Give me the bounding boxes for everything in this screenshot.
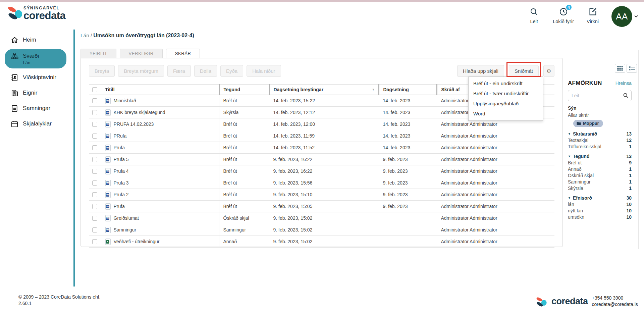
table-row[interactable]: WGreiðslumat Óskráð skjal 9. feb. 2023, … — [89, 212, 554, 224]
row-checkbox[interactable] — [92, 180, 97, 186]
table-row[interactable]: WPrufa 4 Bréf út 9. feb. 2023, 16:22 9. … — [89, 165, 554, 177]
template-dropdown-menu: Bréf út - ein undirskriftBréf út - tvær … — [468, 76, 543, 121]
clear-filters-link[interactable]: Hreinsa — [615, 81, 632, 86]
facet-item[interactable]: lán10 — [568, 201, 632, 207]
file-title[interactable]: Prufa 2 — [114, 192, 129, 197]
file-type: Bréf út — [219, 165, 269, 177]
toolbar-button[interactable]: Breyta — [89, 65, 115, 77]
toolbar-button[interactable]: Færa — [167, 65, 191, 77]
upload-document-button[interactable]: Hlaða upp skjali — [457, 65, 504, 77]
toolbar-button[interactable]: Breyta mörgum — [118, 65, 164, 77]
table-row[interactable]: XVeðhæfi - útreikningur Annað 9. feb. 20… — [89, 236, 554, 248]
row-checkbox[interactable] — [92, 227, 97, 232]
footer-logo-brand: coredata — [551, 296, 588, 307]
facet-item[interactable]: Samningur1 — [568, 178, 632, 185]
facet-header[interactable]: ▼ Tegund 13 — [568, 153, 632, 159]
select-all-checkbox[interactable] — [92, 87, 97, 92]
sidebar-item-eignir[interactable]: Eignir — [0, 85, 73, 101]
file-type-icon: X — [105, 239, 111, 245]
row-checkbox[interactable] — [92, 157, 97, 162]
filter-search-input[interactable] — [568, 90, 632, 101]
file-modified: 14. feb. 2023, 11:59 — [269, 130, 379, 142]
file-title[interactable]: PRUFA 14.02.2023 — [114, 121, 154, 127]
toolbar-button[interactable]: Deila — [194, 65, 217, 77]
facet-item[interactable]: nýtt lán10 — [568, 207, 632, 214]
row-checkbox[interactable] — [92, 122, 97, 127]
row-checkbox[interactable] — [92, 110, 97, 115]
tab-verklidir[interactable]: VERKLIÐIR — [120, 49, 163, 58]
column-header-tegund[interactable]: Tegund — [219, 85, 269, 95]
row-checkbox[interactable] — [92, 216, 97, 221]
file-title[interactable]: KHK breyta skjalategund — [114, 110, 165, 115]
sidebar-item-svaedi[interactable]: Svæði Lán — [5, 49, 66, 68]
file-title[interactable]: Prufa 4 — [114, 168, 129, 174]
row-checkbox[interactable] — [92, 98, 97, 103]
table-row[interactable]: WPrufa Bréf út 14. feb. 2023, 11:52 14. … — [89, 142, 554, 154]
file-type: Bréf út — [219, 189, 269, 201]
facet-item[interactable]: Annað1 — [568, 166, 632, 172]
done-for-action[interactable]: 4 Lokið fyrir — [553, 7, 574, 24]
facet-item[interactable]: Bréf út9 — [568, 159, 632, 166]
file-title[interactable]: Greiðslumat — [114, 215, 139, 221]
facet-header[interactable]: ▼ Skráarsnið 13 — [568, 131, 632, 137]
template-menu-item[interactable]: Bréf út - tvær undirskriftir — [469, 89, 543, 99]
address-book-icon — [11, 74, 18, 82]
sidebar-item-vidskiptavinir[interactable]: Viðskiptavinir — [0, 70, 73, 85]
file-title[interactable]: Prufa 3 — [114, 180, 129, 186]
row-checkbox[interactable] — [92, 204, 97, 209]
template-button[interactable]: Sniðmát — [509, 65, 539, 77]
activity-action[interactable]: Virkni — [585, 7, 600, 24]
facet-header[interactable]: ▼ Efnisorð 30 — [568, 195, 632, 201]
column-header-dagsetning-breytingar[interactable]: Dagsetning breytingar▼ — [269, 85, 379, 95]
sidebar-item-skjalalyklar[interactable]: Skjalalyklar — [0, 116, 73, 132]
toolbar-button[interactable]: Hala niður — [247, 65, 281, 77]
sidebar-item-heim[interactable]: Heim — [0, 32, 73, 48]
avatar[interactable]: AA — [611, 6, 632, 27]
file-title[interactable]: Minnisblað — [114, 98, 136, 103]
sort-arrow-icon[interactable]: ▼ — [372, 88, 375, 91]
breadcrumb-root-link[interactable]: Lán — [80, 33, 89, 38]
row-checkbox[interactable] — [92, 169, 97, 174]
file-title[interactable]: Prufa — [114, 204, 125, 209]
facet-item[interactable]: umsókn10 — [568, 214, 632, 220]
table-row[interactable]: WSamningur Samningur 9. feb. 2023, 15:02… — [89, 224, 554, 236]
row-checkbox[interactable] — [92, 134, 97, 139]
facet-item[interactable]: Skýrsla1 — [568, 185, 632, 191]
facet-item[interactable]: Töflureiknisskjal1 — [568, 143, 632, 150]
file-title[interactable]: Prufa 5 — [114, 157, 129, 162]
table-row[interactable]: WPrufa 5 Bréf út 9. feb. 2023, 16:22 9. … — [89, 154, 554, 165]
settings-gear-button[interactable]: ⚙ — [543, 65, 554, 77]
view-all-files[interactable]: Allar skrár — [568, 112, 632, 118]
table-row[interactable]: WPrufa Bréf út 9. feb. 2023, 15:05 9. fe… — [89, 201, 554, 212]
column-header-dagsetning[interactable]: Dagsetning — [379, 85, 437, 95]
tab-yfirlit[interactable]: YFIRLIT — [80, 49, 116, 58]
file-title[interactable]: Veðhæfi - útreikningur — [114, 239, 160, 244]
search-action[interactable]: Leit — [527, 7, 541, 24]
file-created-by: Administrator Administrator — [437, 212, 554, 224]
column-header-titill[interactable]: Titill — [101, 85, 219, 95]
template-menu-item[interactable]: Upplýsingaeyðublað — [469, 99, 543, 109]
toolbar-button[interactable]: Eyða — [220, 65, 243, 77]
table-row[interactable]: WPrufa 3 Bréf út 9. feb. 2023, 15:56 9. … — [89, 177, 554, 189]
list-view-toggle[interactable] — [627, 64, 637, 73]
file-title[interactable]: PRufa — [114, 133, 127, 139]
grid-view-toggle[interactable] — [615, 64, 625, 73]
facet-item[interactable]: Textaskjal12 — [568, 137, 632, 143]
template-menu-item[interactable]: Bréf út - ein undirskrift — [469, 79, 543, 89]
file-type-icon: W — [105, 109, 111, 116]
folders-chip[interactable]: Möppur — [573, 120, 603, 127]
file-type: Bréf út — [219, 201, 269, 212]
template-menu-item[interactable]: Word — [469, 109, 543, 119]
row-checkbox[interactable] — [92, 192, 97, 197]
file-title[interactable]: Prufa — [114, 145, 125, 150]
tab-skrar[interactable]: SKRÁR — [166, 49, 200, 58]
file-date: 14. feb. 2023 — [379, 142, 437, 154]
facet-item[interactable]: Óskráð skjal1 — [568, 172, 632, 178]
file-title[interactable]: Samningur — [114, 227, 137, 232]
sidebar-item-samningar[interactable]: Samningar — [0, 101, 73, 116]
table-row[interactable]: WPRufa Bréf út 14. feb. 2023, 11:59 14. … — [89, 130, 554, 142]
row-checkbox[interactable] — [92, 239, 97, 244]
row-checkbox[interactable] — [92, 145, 97, 150]
user-menu[interactable]: AA — [611, 6, 638, 27]
table-row[interactable]: WPrufa 2 Bréf út 9. feb. 2023, 15:10 9. … — [89, 189, 554, 201]
